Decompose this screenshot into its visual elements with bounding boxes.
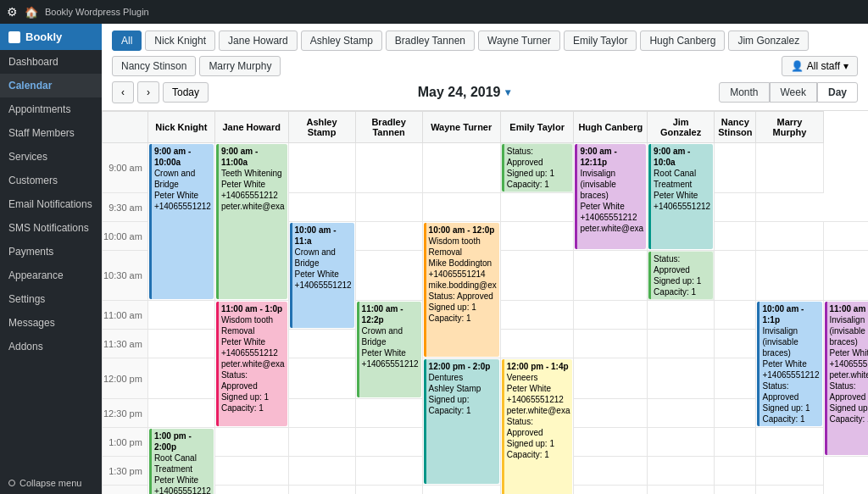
appt-cell: [288, 143, 355, 193]
tab-ashley-stamp[interactable]: Ashley Stamp: [301, 31, 382, 51]
today-btn[interactable]: Today: [163, 82, 209, 103]
appt-cell: [715, 193, 756, 222]
appt-cell: [214, 428, 288, 457]
appt-cell[interactable]: 12:00 pm - 2:0p DenturesAshley StampSign…: [422, 358, 500, 486]
current-date: May 24, 2019: [418, 85, 501, 100]
sidebar-brand[interactable]: Bookly: [0, 24, 102, 50]
appt-cell: [715, 457, 756, 486]
appt-cell[interactable]: 10:00 am - 1:1p Invisalign (invisable br…: [756, 301, 823, 428]
appt-cell: [288, 358, 355, 399]
appointment-block[interactable]: 11:00 am - 12:2p Crown and BridgePeter W…: [357, 302, 421, 397]
appt-cell[interactable]: 9:00 am - 11:00a Teeth WhiteningPeter Wh…: [214, 143, 288, 301]
next-btn[interactable]: ›: [137, 81, 159, 103]
col-jane-howard: Jane Howard: [214, 112, 288, 143]
tab-emily-taylor[interactable]: Emily Taylor: [564, 31, 637, 51]
col-nancy-stinson: Nancy Stinson: [715, 112, 756, 143]
appt-cell[interactable]: 9:00 am - 12:11p Invisalign (invisable b…: [574, 143, 648, 251]
time-cell: 9:00 am: [103, 143, 148, 193]
collapse-icon: [8, 480, 15, 486]
tab-bradley-tannen[interactable]: Bradley Tannen: [386, 31, 475, 51]
appt-cell: [574, 251, 648, 301]
appt-cell[interactable]: 9:00 am - 10:0a Root Canal TreatmentPete…: [648, 143, 715, 251]
appt-cell[interactable]: 11:00 am - 2:1p Invisalign (invisable br…: [823, 301, 868, 457]
dropdown-caret-icon: ▾: [843, 60, 849, 72]
appointment-block[interactable]: 12:00 pm - 1:4p VeneersPeter White+14065…: [502, 359, 573, 494]
appt-cell: [648, 428, 715, 457]
appt-cell: [288, 428, 355, 457]
sidebar-item-email-notifications[interactable]: Email Notifications: [0, 192, 102, 216]
appt-cell[interactable]: Status: ApprovedSigned up: 1Capacity: 1: [648, 251, 715, 301]
col-ashley-stamp: Ashley Stamp: [288, 112, 355, 143]
appt-cell[interactable]: 12:00 pm - 1:4p VeneersPeter White+14065…: [500, 358, 574, 495]
prev-btn[interactable]: ‹: [112, 81, 134, 103]
col-bradley-tannen: BradleyTannen: [355, 112, 422, 143]
date-title: May 24, 2019 ▾: [418, 85, 510, 100]
appt-cell[interactable]: 1:00 pm - 2:00p Root Canal TreatmentPete…: [147, 428, 214, 495]
appt-cell: [288, 399, 355, 428]
appointment-block[interactable]: Status: ApprovedSigned up: 1Capacity: 1: [648, 252, 713, 299]
tab-jane-howard[interactable]: Jane Howard: [219, 31, 298, 51]
tab-marry-murphy[interactable]: Marry Murphy: [199, 56, 281, 76]
appointment-block[interactable]: 9:00 am - 12:11p Invisalign (invisable b…: [575, 144, 646, 249]
appt-cell[interactable]: 9:00 am - 10:00a Crown and BridgePeter W…: [147, 143, 214, 301]
appointment-block[interactable]: 12:00 pm - 2:0p DenturesAshley StampSign…: [424, 359, 499, 484]
all-staff-dropdown[interactable]: 👤 All staff ▾: [782, 56, 858, 76]
appointment-block[interactable]: Status: ApprovedSigned up: 1Capacity: 1: [502, 144, 573, 191]
appointment-block[interactable]: 1:00 pm - 2:00p Root Canal TreatmentPete…: [149, 429, 214, 494]
appt-cell[interactable]: 10:00 am - 11:a Crown and BridgePeter Wh…: [288, 222, 355, 330]
tab-jim-gonzalez[interactable]: Jim Gonzalez: [728, 31, 809, 51]
sidebar-item-sms-notifications[interactable]: SMS Notifications: [0, 216, 102, 240]
week-view-btn[interactable]: Week: [770, 82, 817, 103]
sidebar-item-settings[interactable]: Settings: [0, 287, 102, 311]
appt-cell: [756, 251, 823, 301]
appointments-label: Appointments: [8, 103, 70, 115]
appointment-block[interactable]: 10:00 am - 1:1p Invisalign (invisable br…: [757, 302, 821, 426]
appt-cell[interactable]: 11:00 am - 1:0p Wisdom tooth RemovalPete…: [214, 301, 288, 428]
appointment-block[interactable]: 10:00 am - 11:a Crown and BridgePeter Wh…: [290, 223, 354, 328]
time-cell: 2:00 pm: [103, 486, 148, 495]
sidebar-item-addons[interactable]: Addons: [0, 335, 102, 358]
tab-nancy-stinson[interactable]: Nancy Stinson: [112, 56, 196, 76]
day-view-btn[interactable]: Day: [817, 82, 858, 103]
sidebar-item-calendar[interactable]: Calendar: [0, 74, 102, 97]
appointment-block[interactable]: 10:00 am - 12:0p Wisdom tooth RemovalMik…: [424, 223, 499, 357]
tab-wayne-turner[interactable]: Wayne Turner: [478, 31, 560, 51]
sidebar-item-payments[interactable]: Payments: [0, 240, 102, 264]
sidebar-item-customers[interactable]: Customers: [0, 169, 102, 192]
email-notifications-label: Email Notifications: [8, 198, 92, 210]
sidebar-collapse-btn[interactable]: Collapse menu: [0, 472, 102, 494]
sidebar-item-appearance[interactable]: Appearance: [0, 264, 102, 287]
sidebar-item-dashboard[interactable]: Dashboard: [0, 50, 102, 74]
page-header: All Nick Knight Jane Howard Ashley Stamp…: [102, 24, 868, 111]
nav-row: ‹ › Today May 24, 2019 ▾ Month Week Day: [112, 81, 858, 103]
appt-cell: [214, 457, 288, 486]
appt-cell[interactable]: 11:00 am - 12:2p Crown and BridgePeter W…: [355, 301, 422, 399]
calendar-wrap[interactable]: Nick Knight Jane Howard Ashley Stamp Bra…: [102, 111, 868, 494]
tab-all[interactable]: All: [112, 31, 142, 51]
appt-cell: [648, 358, 715, 399]
sidebar-item-services[interactable]: Services: [0, 145, 102, 169]
appt-cell: [500, 330, 574, 358]
appointment-block[interactable]: 9:00 am - 10:00a Crown and BridgePeter W…: [149, 144, 214, 299]
sidebar-item-appointments[interactable]: Appointments: [0, 97, 102, 121]
tab-nick-knight[interactable]: Nick Knight: [145, 31, 215, 51]
appointment-block[interactable]: 11:00 am - 2:1p Invisalign (invisable br…: [825, 302, 869, 455]
calendar-table: Nick Knight Jane Howard Ashley Stamp Bra…: [102, 111, 868, 494]
month-view-btn[interactable]: Month: [719, 82, 769, 103]
tab-hugh-canberg[interactable]: Hugh Canberg: [640, 31, 725, 51]
settings-label: Settings: [8, 293, 45, 305]
appt-cell[interactable]: Status: ApprovedSigned up: 1Capacity: 1: [500, 143, 574, 193]
sidebar-item-messages[interactable]: Messages: [0, 311, 102, 335]
addons-label: Addons: [8, 341, 43, 352]
appointment-block[interactable]: 11:00 am - 1:0p Wisdom tooth RemovalPete…: [216, 302, 287, 426]
appt-cell: [715, 222, 756, 251]
appt-cell: [288, 457, 355, 486]
time-cell: 12:00 pm: [103, 358, 148, 399]
time-cell: 1:30 pm: [103, 457, 148, 486]
appointment-block[interactable]: 9:00 am - 11:00a Teeth WhiteningPeter Wh…: [216, 144, 287, 299]
sidebar-item-staff-members[interactable]: Staff Members: [0, 121, 102, 145]
appt-cell: [422, 486, 500, 495]
appointment-block[interactable]: 9:00 am - 10:0a Root Canal TreatmentPete…: [648, 144, 713, 249]
main-content: All Nick Knight Jane Howard Ashley Stamp…: [102, 24, 868, 494]
appt-cell[interactable]: 10:00 am - 12:0p Wisdom tooth RemovalMik…: [422, 222, 500, 358]
